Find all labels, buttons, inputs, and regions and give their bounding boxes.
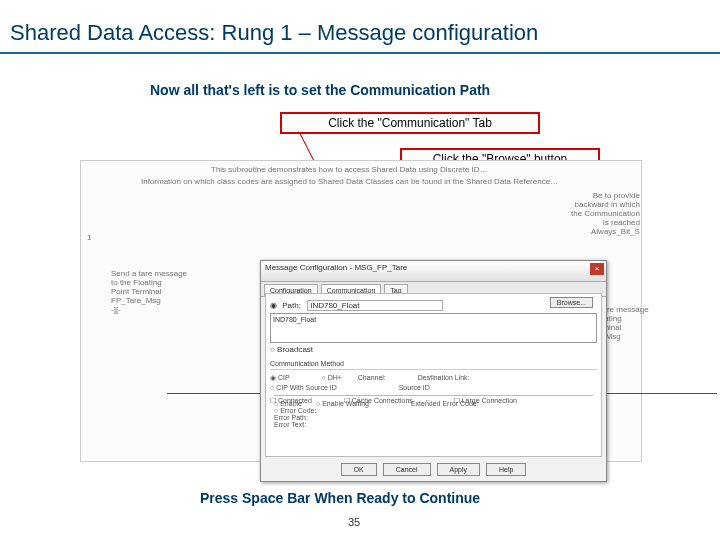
dialog-title: Message Configuration - MSG_FP_Tare xyxy=(265,263,407,272)
status-err-text: Error Text: xyxy=(274,421,306,428)
page-number: 35 xyxy=(348,516,360,528)
ok-button[interactable]: OK xyxy=(341,463,377,476)
tree-item-float[interactable]: IND780_Float xyxy=(273,316,316,323)
help-button[interactable]: Help xyxy=(486,463,526,476)
status-enable: Enable xyxy=(280,400,302,407)
cancel-button[interactable]: Cancel xyxy=(383,463,431,476)
press-space-text: Press Space Bar When Ready to Continue xyxy=(200,490,480,506)
radio-dhp[interactable]: DH+ xyxy=(328,374,342,381)
contact-symbol: -][- xyxy=(111,305,187,314)
radio-cip[interactable]: CIP xyxy=(278,374,290,381)
text: Send a tare message xyxy=(111,269,187,278)
title-rule xyxy=(0,52,720,54)
field-source: Source ID xyxy=(399,384,430,391)
message-config-dialog: Message Configuration - MSG_FP_Tare × Co… xyxy=(260,260,607,482)
text: the Communication xyxy=(571,209,640,218)
text: is reached xyxy=(571,218,640,227)
field-dest: Destination Link: xyxy=(418,374,470,381)
status-err-code: Error Code: xyxy=(280,407,316,414)
right-note: Be to provide backward in which the Comm… xyxy=(571,191,640,236)
comment-line: This subroutine demonstrates how to acce… xyxy=(211,165,488,174)
browse-button[interactable]: Browse... xyxy=(550,297,593,308)
path-field[interactable]: IND780_Float xyxy=(307,300,443,311)
text: FP_Tare_Msg xyxy=(111,296,187,305)
radio-cip-src[interactable]: CIP With Source ID xyxy=(276,384,337,391)
status-err-path: Error Path: xyxy=(274,414,308,421)
text: Always_Bit_S xyxy=(571,227,640,236)
comm-method-label: Communication Method xyxy=(270,360,597,367)
close-icon[interactable]: × xyxy=(590,263,604,275)
text: Be to provide xyxy=(571,191,640,200)
status-enable-wait: Enable Waiting xyxy=(322,400,369,407)
rung-number: 1 xyxy=(87,233,91,242)
left-block: Send a tare message to the Floating Poin… xyxy=(111,269,187,314)
status-row: ○ Enable ○ Enable Waiting Extended Error… xyxy=(274,395,593,428)
text: to the Floating xyxy=(111,278,187,287)
subtitle: Now all that's left is to set the Commun… xyxy=(150,82,490,98)
dialog-body: ◉ Path: IND780_Float Browse... IND780_Fl… xyxy=(265,293,602,457)
apply-button[interactable]: Apply xyxy=(437,463,481,476)
dialog-titlebar: Message Configuration - MSG_FP_Tare × xyxy=(261,261,606,282)
text: backward in which xyxy=(571,200,640,209)
dialog-button-bar: OK Cancel Apply Help xyxy=(261,459,606,479)
callout-communication-tab: Click the "Communication" Tab xyxy=(280,112,540,134)
text: Point Terminal xyxy=(111,287,187,296)
field-channel: Channel: xyxy=(358,374,386,381)
status-ext-err: Extended Error Code: xyxy=(411,400,479,407)
comment-line: Information on which class codes are ass… xyxy=(141,177,558,186)
module-tree[interactable]: IND780_Float xyxy=(270,313,597,343)
broadcast-radio[interactable]: Broadcast xyxy=(277,345,313,354)
path-label: Path: xyxy=(282,301,301,310)
